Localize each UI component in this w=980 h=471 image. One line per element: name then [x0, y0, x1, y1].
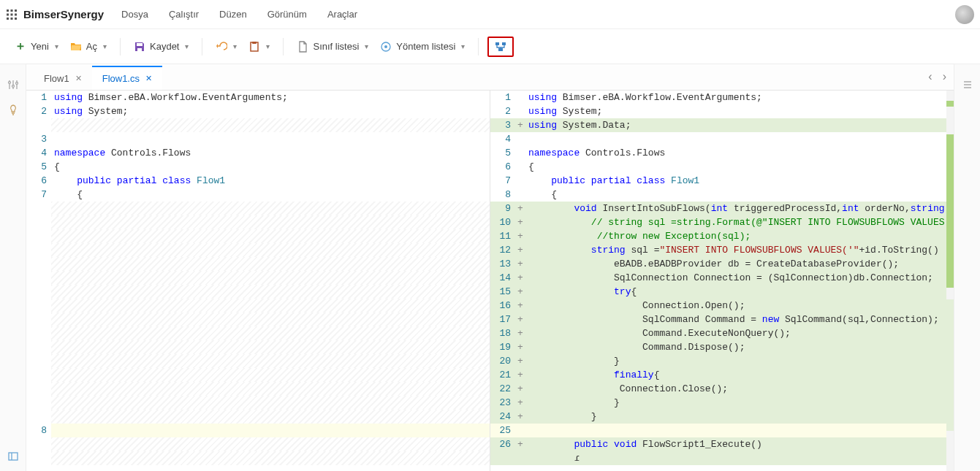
chevron-down-icon: ▾: [185, 42, 189, 50]
menu-tools[interactable]: Araçlar: [327, 9, 357, 20]
tab-label: Flow1: [44, 73, 69, 84]
code-line[interactable]: 15+ try{: [490, 285, 954, 299]
code-line[interactable]: 7 public partial class Flow1: [490, 174, 954, 188]
code-line[interactable]: 5namespace Controls.Flows: [490, 146, 954, 160]
code-line[interactable]: 8 {: [490, 188, 954, 202]
menu-file[interactable]: Dosya: [121, 9, 148, 20]
code-line[interactable]: 2using System;: [26, 104, 490, 118]
method-icon: [380, 41, 392, 53]
plus-icon: ＋: [15, 41, 26, 53]
chevron-down-icon: ▾: [365, 42, 368, 50]
svg-rect-5: [15, 13, 17, 15]
overview-ruler[interactable]: [946, 91, 954, 471]
svg-point-14: [384, 45, 387, 48]
svg-rect-15: [495, 42, 499, 45]
toolbar: ＋ Yeni ▾ Aç ▾ Kaydet ▾ ▾ ▾ Sınıf listesi: [0, 29, 980, 64]
tab-nav-arrows: ‹ ›: [928, 70, 946, 83]
svg-rect-2: [15, 9, 17, 12]
clipboard-button[interactable]: ▾: [244, 37, 274, 57]
sidebar-toggle-icon[interactable]: [7, 451, 19, 462]
code-line[interactable]: 25: [490, 424, 954, 437]
workspace: Flow1✕Flow1.cs✕ ‹ › 1using Bimser.eBA.Wo…: [0, 64, 980, 471]
tab-label: Flow1.cs: [102, 73, 140, 84]
close-icon[interactable]: ✕: [75, 74, 82, 83]
svg-rect-12: [252, 42, 257, 44]
code-line[interactable]: 10+ // string sql =string.Format(@"INSER…: [490, 215, 954, 229]
menu-edit[interactable]: Düzen: [219, 9, 247, 20]
svg-rect-0: [7, 9, 9, 12]
method-list-button[interactable]: Yöntem listesi ▾: [376, 37, 469, 57]
settings-sliders-icon[interactable]: [7, 79, 19, 91]
code-line[interactable]: 1using Bimser.eBA.Workflow.EventArgument…: [26, 91, 490, 104]
code-line[interactable]: 22+ Connection.Close();: [490, 382, 954, 396]
code-line[interactable]: 3+using System.Data;: [490, 118, 954, 132]
code-line[interactable]: [26, 118, 490, 132]
tab-flow1[interactable]: Flow1✕: [34, 66, 92, 90]
code-line[interactable]: 26+ public void FlowScript1_Execute(): [490, 437, 954, 451]
svg-rect-21: [9, 453, 18, 460]
svg-rect-7: [11, 18, 13, 20]
left-pane[interactable]: 1using Bimser.eBA.Workflow.EventArgument…: [26, 91, 490, 471]
code-line[interactable]: 17+ SqlCommand Command = new SqlCommand(…: [490, 313, 954, 326]
code-line[interactable]: 12+ string sql ="INSERT INTO FLOWSUBFLOW…: [490, 243, 954, 257]
avatar[interactable]: [955, 5, 974, 24]
code-line[interactable]: 9+ void InsertIntoSubFlows(int triggered…: [490, 202, 954, 215]
compare-button[interactable]: [487, 37, 514, 57]
apps-icon[interactable]: [6, 9, 18, 20]
code-line[interactable]: 23+ }: [490, 396, 954, 410]
right-pane[interactable]: 1using Bimser.eBA.Workflow.EventArgument…: [490, 91, 954, 471]
brand-label: BimserSynergy: [23, 8, 104, 20]
code-line[interactable]: 1using Bimser.eBA.Workflow.EventArgument…: [490, 91, 954, 104]
undo-icon: [216, 41, 227, 53]
file-icon: [297, 41, 308, 53]
code-line[interactable]: 14+ SqlConnection Connection = (SqlConne…: [490, 271, 954, 285]
diff-tree-icon: [495, 41, 506, 53]
svg-rect-4: [11, 13, 13, 15]
code-line[interactable]: 3: [26, 132, 490, 146]
lightbulb-icon[interactable]: [7, 104, 19, 115]
svg-rect-16: [502, 42, 506, 45]
folder-open-icon: [70, 41, 82, 53]
tab-next-button[interactable]: ›: [943, 70, 946, 83]
code-line[interactable]: 24+ }: [490, 410, 954, 424]
svg-point-19: [12, 85, 14, 88]
code-line[interactable]: 2using System;: [490, 104, 954, 118]
code-line[interactable]: 19+ Command.Dispose();: [490, 340, 954, 354]
code-line[interactable]: 4: [490, 132, 954, 146]
code-line[interactable]: 4namespace Controls.Flows: [26, 146, 490, 160]
code-line[interactable]: 6 public partial class Flow1: [26, 174, 490, 188]
save-button[interactable]: Kaydet ▾: [129, 37, 193, 57]
close-icon[interactable]: ✕: [145, 74, 152, 83]
code-line[interactable]: 18+ Command.ExecuteNonQuery();: [490, 326, 954, 340]
tab-prev-button[interactable]: ‹: [928, 70, 932, 83]
right-rail: [954, 64, 980, 471]
code-line[interactable]: 16+ Connection.Open();: [490, 299, 954, 313]
code-line[interactable]: 21+ finally{: [490, 368, 954, 382]
tab-flow1cs[interactable]: Flow1.cs✕: [92, 66, 162, 90]
code-line[interactable]: 20+ }: [490, 354, 954, 368]
code-line[interactable]: 5{: [26, 160, 490, 174]
code-line[interactable]: ɾ: [490, 451, 954, 465]
new-button[interactable]: ＋ Yeni ▾: [10, 37, 63, 57]
left-rail: [0, 64, 26, 471]
code-line[interactable]: 8: [26, 424, 490, 437]
menu-run[interactable]: Çalıştır: [169, 9, 199, 20]
separator: [478, 38, 479, 55]
code-line[interactable]: 6{: [490, 160, 954, 174]
menubar: BimserSynergy Dosya Çalıştır Düzen Görün…: [0, 0, 980, 29]
chevron-down-icon: ▾: [233, 42, 237, 50]
method-list-label: Yöntem listesi: [396, 41, 455, 52]
code-line[interactable]: 7 {: [26, 188, 490, 202]
clipboard-icon: [248, 41, 260, 53]
list-icon[interactable]: [962, 79, 973, 91]
class-list-button[interactable]: Sınıf listesi ▾: [292, 37, 373, 57]
undo-button[interactable]: ▾: [211, 37, 241, 57]
code-line[interactable]: 11+ //throw new Exception(sql);: [490, 229, 954, 243]
separator: [283, 38, 284, 55]
code-line[interactable]: 13+ eBADB.eBADBProvider db = CreateDatab…: [490, 257, 954, 271]
open-button[interactable]: Aç ▾: [66, 37, 111, 57]
menu-view[interactable]: Görünüm: [267, 9, 307, 20]
separator: [120, 38, 121, 55]
svg-rect-9: [137, 43, 143, 46]
svg-rect-17: [498, 48, 503, 51]
